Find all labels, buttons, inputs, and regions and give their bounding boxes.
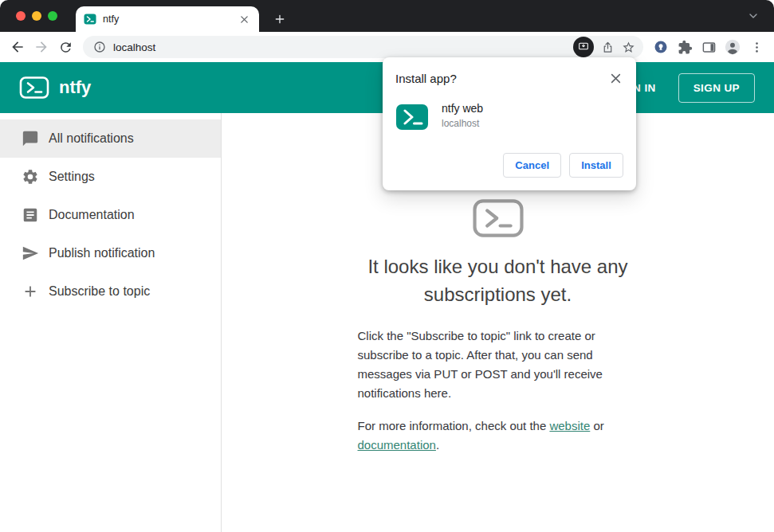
dialog-actions: Cancel Install xyxy=(395,153,623,178)
sidebar-item-publish-notification[interactable]: Publish notification xyxy=(0,234,221,272)
send-icon xyxy=(22,244,39,262)
extension-badge-icon[interactable] xyxy=(650,36,672,58)
sidebar-item-label: Documentation xyxy=(49,208,135,222)
install-button[interactable]: Install xyxy=(569,153,623,178)
brand-name: ntfy xyxy=(59,77,91,98)
dialog-header: Install app? xyxy=(395,70,623,86)
links-paragraph-mid: or xyxy=(590,419,604,432)
sidebar-item-all-notifications[interactable]: All notifications xyxy=(0,119,221,158)
empty-state-links-paragraph: For more information, check out the webs… xyxy=(358,417,638,456)
sidebar: All notifications Settings Documentation… xyxy=(0,113,222,532)
back-icon[interactable] xyxy=(6,36,29,58)
empty-state-paragraph: Click the "Subscribe to topic" link to c… xyxy=(358,327,638,404)
dialog-title: Install app? xyxy=(395,70,607,85)
tab-strip: ntfy xyxy=(0,0,774,32)
menu-icon[interactable] xyxy=(745,36,768,58)
new-tab-icon[interactable] xyxy=(269,9,290,29)
close-window-button[interactable] xyxy=(16,11,26,21)
sidebar-item-documentation[interactable]: Documentation xyxy=(0,196,221,234)
close-icon[interactable] xyxy=(607,70,623,86)
empty-state-text: Click the "Subscribe to topic" link to c… xyxy=(358,327,638,468)
address-bar[interactable]: localhost xyxy=(83,36,643,58)
plus-icon xyxy=(22,283,39,300)
side-panel-icon[interactable] xyxy=(697,36,720,58)
ntfy-logo-icon xyxy=(19,76,49,100)
dialog-app-origin: localhost xyxy=(442,118,483,129)
profile-icon[interactable] xyxy=(721,36,744,58)
chat-icon xyxy=(22,130,39,147)
minimize-window-button[interactable] xyxy=(32,11,41,21)
install-app-dialog: Install app? ntfy web localhost Cancel I… xyxy=(383,57,636,190)
forward-icon[interactable] xyxy=(30,36,53,58)
browser-tab-ntfy[interactable]: ntfy xyxy=(76,6,259,32)
sidebar-item-label: Subscribe to topic xyxy=(49,284,150,299)
sidebar-item-label: All notifications xyxy=(49,131,134,146)
reload-icon[interactable] xyxy=(54,36,77,58)
traffic-lights xyxy=(16,11,57,21)
close-tab-icon[interactable] xyxy=(237,12,251,26)
empty-state-heading: It looks like you don't have any subscri… xyxy=(339,253,658,309)
sidebar-item-label: Settings xyxy=(49,170,95,184)
ntfy-app-icon xyxy=(395,100,429,134)
tab-title: ntfy xyxy=(103,14,237,25)
star-icon[interactable] xyxy=(618,37,638,57)
sidebar-item-label: Publish notification xyxy=(49,246,155,260)
cancel-button[interactable]: Cancel xyxy=(503,153,561,178)
gear-icon xyxy=(22,168,39,186)
links-paragraph-suffix: . xyxy=(436,438,439,452)
info-icon[interactable] xyxy=(92,37,107,57)
sign-up-button[interactable]: SIGN UP xyxy=(678,73,755,103)
sidebar-item-settings[interactable]: Settings xyxy=(0,158,221,196)
browser-window: ntfy localhost xyxy=(0,0,774,532)
article-icon xyxy=(22,206,39,224)
share-icon[interactable] xyxy=(597,37,618,57)
tab-search-chevron-down-icon[interactable] xyxy=(747,10,761,24)
dialog-app-row: ntfy web localhost xyxy=(395,100,623,134)
dialog-app-meta: ntfy web localhost xyxy=(442,100,483,129)
dialog-app-name: ntfy web xyxy=(442,102,483,115)
zoom-window-button[interactable] xyxy=(48,11,57,21)
extensions-puzzle-icon[interactable] xyxy=(674,36,696,58)
sidebar-item-subscribe-to-topic[interactable]: Subscribe to topic xyxy=(0,272,221,311)
ntfy-empty-logo-icon xyxy=(472,198,525,239)
website-link[interactable]: website xyxy=(549,419,590,432)
install-icon[interactable] xyxy=(573,37,594,57)
documentation-link[interactable]: documentation xyxy=(358,438,436,452)
tab-favicon-ntfy-icon xyxy=(84,13,96,25)
address-text[interactable]: localhost xyxy=(113,41,573,53)
links-paragraph-prefix: For more information, check out the xyxy=(358,419,550,432)
